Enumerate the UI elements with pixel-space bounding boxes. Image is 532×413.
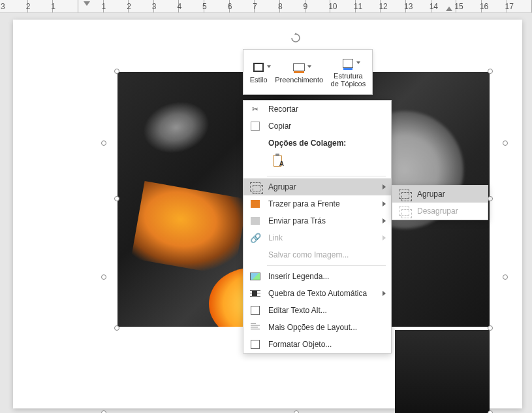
menu-group-label: Agrupar	[268, 182, 377, 191]
outline-button[interactable]: Estrutura de Tópicos	[328, 54, 369, 90]
ruler-marks: 3 2 1 1 2 3 4 5 6 7 8 9 10 11 12 13 14 1…	[3, 0, 532, 12]
menu-copy-label: Copiar	[268, 122, 386, 131]
text-wrap-icon	[249, 287, 262, 300]
menu-bring-front[interactable]: Trazer para a Frente	[243, 195, 391, 212]
indent-marker-left[interactable]	[84, 1, 90, 6]
selection-handle[interactable]	[488, 196, 493, 201]
selection-handle[interactable]	[488, 410, 493, 413]
selection-handle[interactable]	[294, 410, 299, 413]
submenu-arrow-icon	[383, 201, 386, 206]
menu-group[interactable]: Agrupar	[243, 178, 391, 195]
selection-handle[interactable]	[101, 410, 106, 413]
menu-send-back-label: Enviar para Trás	[268, 216, 377, 225]
send-back-icon	[249, 214, 262, 227]
selection-handle[interactable]	[101, 274, 106, 280]
paste-options-row: A	[243, 149, 391, 174]
bring-front-icon	[249, 197, 262, 210]
menu-save-image: Salvar como Imagem...	[243, 246, 391, 263]
submenu-ungroup-label: Desagrupar	[417, 206, 482, 216]
submenu-ungroup: Desagrupar	[392, 203, 488, 220]
menu-alt-text-label: Editar Texto Alt...	[268, 306, 386, 315]
paste-keep-text-button[interactable]: A	[268, 152, 287, 170]
horizontal-ruler: 3 2 1 1 2 3 4 5 6 7 8 9 10 11 12 13 14 1…	[0, 0, 532, 13]
link-icon: 🔗	[249, 231, 262, 244]
alt-text-icon	[249, 304, 262, 317]
selection-handle[interactable]	[488, 69, 493, 74]
menu-save-image-label: Salvar como Imagem...	[268, 250, 386, 259]
menu-link: 🔗 Link	[243, 229, 391, 246]
selection-handle[interactable]	[114, 69, 119, 74]
menu-text-wrap-label: Quebra de Texto Automática	[268, 289, 377, 298]
submenu-arrow-icon	[383, 218, 386, 223]
menu-send-back[interactable]: Enviar para Trás	[243, 212, 391, 229]
submenu-group[interactable]: Agrupar	[392, 186, 488, 203]
menu-insert-caption[interactable]: Inserir Legenda...	[243, 268, 391, 285]
layout-icon	[249, 321, 262, 334]
scissors-icon: ✂	[249, 103, 262, 116]
selection-handle[interactable]	[114, 196, 119, 201]
ungroup-icon	[398, 205, 411, 218]
menu-cut[interactable]: ✂ Recortar	[243, 101, 391, 118]
selection-handle[interactable]	[101, 140, 106, 146]
context-menu: ✂ Recortar Copiar Opções de Colagem: A A…	[243, 100, 392, 354]
submenu-arrow-icon	[383, 184, 386, 190]
group-icon	[249, 180, 262, 193]
group-icon	[398, 188, 411, 201]
menu-format-object-label: Formatar Objeto...	[268, 340, 386, 349]
menu-separator	[267, 265, 386, 266]
copy-icon	[249, 120, 262, 133]
menu-layout-options-label: Mais Opções de Layout...	[268, 323, 386, 332]
format-icon	[249, 338, 262, 351]
menu-link-label: Link	[268, 233, 377, 242]
submenu-group-label: Agrupar	[417, 190, 482, 199]
fill-button[interactable]: Preenchimento	[272, 58, 326, 86]
image-decor-butterfly-color	[131, 181, 247, 276]
submenu-arrow-icon	[383, 235, 386, 240]
style-label: Estilo	[250, 76, 268, 84]
menu-copy[interactable]: Copiar	[243, 118, 391, 135]
paste-options-header: Opções de Colagem:	[243, 135, 391, 149]
submenu-arrow-icon	[383, 291, 386, 296]
selection-handle[interactable]	[114, 325, 119, 331]
menu-format-object[interactable]: Formatar Objeto...	[243, 336, 391, 353]
menu-text-wrap[interactable]: Quebra de Texto Automática	[243, 285, 391, 302]
menu-separator	[267, 176, 386, 176]
mini-toolbar: Estilo Preenchimento Estrutura de Tópico…	[243, 49, 373, 95]
selection-handle[interactable]	[488, 325, 493, 331]
picture-icon	[249, 270, 262, 283]
secondary-selected-image[interactable]	[395, 330, 490, 413]
selection-handle[interactable]	[503, 140, 508, 146]
group-submenu: Agrupar Desagrupar	[392, 185, 488, 220]
menu-bring-front-label: Trazer para a Frente	[268, 199, 377, 208]
style-button[interactable]: Estilo	[247, 58, 270, 86]
menu-insert-caption-label: Inserir Legenda...	[268, 272, 386, 281]
menu-layout-options[interactable]: Mais Opções de Layout...	[243, 319, 391, 336]
clipboard-icon: A	[273, 155, 282, 167]
outline-label: Estrutura de Tópicos	[331, 72, 366, 88]
menu-cut-label: Recortar	[268, 105, 386, 114]
fill-label: Preenchimento	[275, 76, 323, 84]
image-decor-butterfly-bw	[131, 89, 221, 166]
blank-icon	[249, 248, 262, 261]
selection-handle[interactable]	[503, 274, 508, 280]
indent-marker-right[interactable]	[446, 7, 452, 11]
menu-alt-text[interactable]: Editar Texto Alt...	[243, 302, 391, 319]
rotate-handle-icon[interactable]	[290, 33, 301, 43]
